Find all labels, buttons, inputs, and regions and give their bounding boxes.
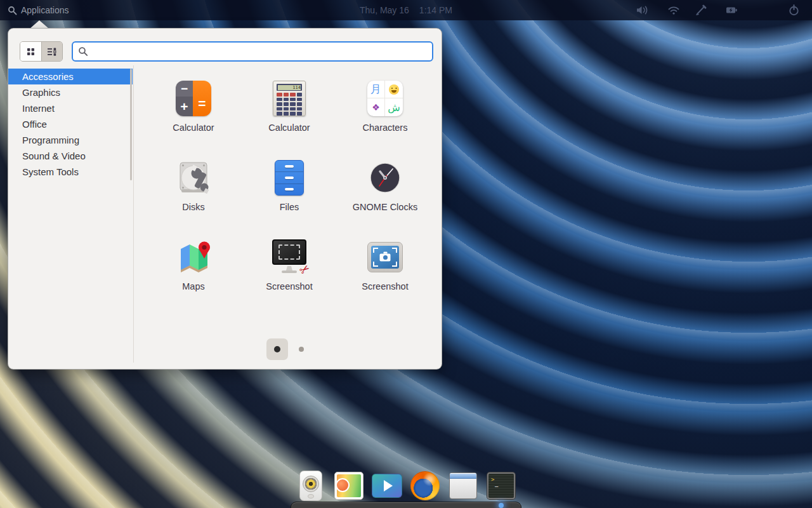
app-label: Disks xyxy=(182,202,204,212)
classic-calculator-icon: 114 xyxy=(269,78,310,119)
dock-item-firefox[interactable] xyxy=(410,471,440,501)
category-programming[interactable]: Programming xyxy=(8,132,133,148)
sidebar-scrollbar[interactable] xyxy=(130,69,132,180)
dock-item-terminal[interactable]: > _ xyxy=(486,471,516,501)
category-sound-video[interactable]: Sound & Video xyxy=(8,148,133,164)
applications-menu-button[interactable]: Applications xyxy=(8,0,69,20)
terminal-icon: > _ xyxy=(487,472,515,499)
gnome-calculator-icon: − + = xyxy=(173,78,214,119)
clock-button[interactable]: Thu, May 16 1:14 PM xyxy=(360,0,452,20)
dock-item-videos[interactable] xyxy=(372,471,402,501)
bottom-window-edge[interactable] xyxy=(291,502,521,508)
list-view-icon xyxy=(47,47,57,57)
top-bar: Applications Thu, May 16 1:14 PM xyxy=(0,0,812,20)
search-input[interactable] xyxy=(92,43,427,60)
page-indicator-2[interactable] xyxy=(299,347,304,352)
disks-icon xyxy=(173,157,214,198)
app-tile-screenshot-1[interactable]: ✂ Screenshot xyxy=(251,237,327,295)
time-label: 1:14 PM xyxy=(419,5,452,15)
screwdriver-icon[interactable] xyxy=(695,4,707,17)
app-label: Characters xyxy=(363,123,408,133)
screenshot-camera-icon xyxy=(365,237,405,277)
app-label: Screenshot xyxy=(266,281,312,291)
dock-item-window[interactable] xyxy=(448,471,478,501)
window-icon xyxy=(449,472,477,499)
list-view-button[interactable] xyxy=(41,42,62,61)
app-label: Maps xyxy=(182,281,204,291)
app-label: Calculator xyxy=(268,123,310,133)
view-switcher xyxy=(20,41,63,62)
wifi-icon[interactable] xyxy=(668,6,679,15)
search-icon xyxy=(8,6,17,15)
maps-icon xyxy=(173,237,214,277)
dock: > _ xyxy=(296,471,516,501)
system-status-area[interactable] xyxy=(622,0,812,20)
gnome-clocks-icon xyxy=(365,157,405,198)
firefox-icon xyxy=(410,471,440,500)
app-label: Screenshot xyxy=(362,281,408,291)
camera-icon xyxy=(380,253,391,261)
app-grid: − + = Calculator 114 Calculator 月 xyxy=(155,78,423,295)
app-tile-maps[interactable]: Maps xyxy=(155,237,232,295)
category-sidebar: Accessories Graphics Internet Office Pro… xyxy=(8,69,133,180)
app-tile-disks[interactable]: Disks xyxy=(155,157,232,216)
battery-charging-icon[interactable] xyxy=(725,5,739,15)
sidebar-separator xyxy=(133,65,134,363)
category-internet[interactable]: Internet xyxy=(8,100,133,116)
emoji-icon xyxy=(389,84,399,95)
search-entry[interactable] xyxy=(72,41,433,62)
app-tile-calculator-1[interactable]: − + = Calculator xyxy=(155,78,232,137)
characters-icon: 月 ❖ ش xyxy=(365,78,405,119)
files-icon xyxy=(269,157,310,198)
app-tile-files[interactable]: Files xyxy=(251,157,327,216)
applications-label: Applications xyxy=(21,5,69,15)
blue-indicator-dot xyxy=(499,503,504,508)
grid-view-button[interactable] xyxy=(20,42,41,61)
page-indicator-1-active[interactable] xyxy=(266,338,288,360)
category-office[interactable]: Office xyxy=(8,116,133,132)
screenshot-monitor-scissors-icon: ✂ xyxy=(269,237,310,277)
dock-item-image-viewer[interactable] xyxy=(334,471,364,501)
app-tile-screenshot-2[interactable]: Screenshot xyxy=(347,237,423,295)
app-tile-calculator-2[interactable]: 114 Calculator xyxy=(251,78,327,137)
app-label: Files xyxy=(280,202,299,212)
search-icon xyxy=(78,46,88,57)
dock-item-speaker[interactable] xyxy=(296,471,326,501)
applications-popup: Accessories Graphics Internet Office Pro… xyxy=(8,28,442,370)
videos-icon xyxy=(372,474,402,498)
app-tile-gnome-clocks[interactable]: GNOME Clocks xyxy=(347,157,423,216)
app-tile-characters[interactable]: 月 ❖ ش Characters xyxy=(347,78,423,137)
category-accessories[interactable]: Accessories xyxy=(8,69,133,84)
app-label: GNOME Clocks xyxy=(353,202,417,212)
category-graphics[interactable]: Graphics xyxy=(8,84,133,100)
volume-icon[interactable] xyxy=(636,5,651,15)
power-icon[interactable] xyxy=(788,4,800,17)
app-label: Calculator xyxy=(173,123,214,133)
date-label: Thu, May 16 xyxy=(360,5,409,15)
category-system-tools[interactable]: System Tools xyxy=(8,164,133,180)
image-viewer-icon xyxy=(334,472,363,500)
grid-view-icon xyxy=(26,47,36,57)
speaker-icon xyxy=(299,471,322,501)
play-icon xyxy=(384,480,393,491)
